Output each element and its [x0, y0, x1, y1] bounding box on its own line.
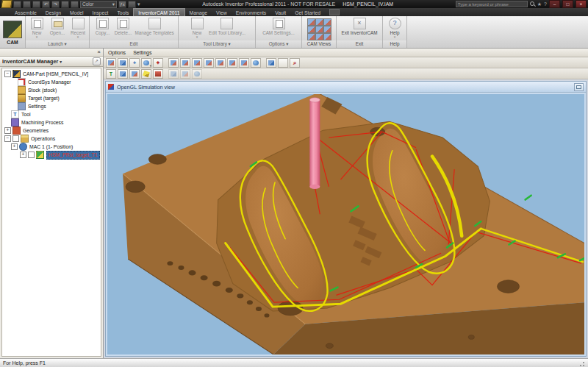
undo-icon[interactable]: ↶ [42, 1, 50, 8]
panel-header[interactable]: InventorCAM Manager ▾ ↗ [0, 56, 103, 67]
tab-assemble[interactable]: Assemble [10, 9, 41, 16]
tab-manage[interactable]: Manage [185, 9, 212, 16]
tree-item-coordsys[interactable]: CoordSys Manager [2, 78, 101, 86]
tab-tools[interactable]: Tools [112, 9, 133, 16]
tool-library-new-button[interactable]: New ▾ [188, 18, 206, 38]
close-button[interactable]: × [576, 0, 587, 8]
cam-view-icon[interactable] [315, 18, 323, 26]
search-icon[interactable] [530, 1, 535, 7]
back-view-icon[interactable] [215, 58, 226, 68]
zoom-select-icon[interactable]: ⌖ [153, 58, 163, 68]
show-target-icon[interactable] [153, 69, 163, 79]
multi-window-icon[interactable] [266, 58, 276, 68]
show-tool-icon[interactable]: T [106, 69, 116, 79]
viewport-maximize-button[interactable] [574, 83, 584, 91]
tab-view[interactable]: View [212, 9, 232, 16]
search-input[interactable] [456, 1, 528, 7]
tree-item-target[interactable]: Target (target) [2, 94, 101, 102]
tree-item-hsm-operation[interactable]: + HSM_PRst_target_T1 [2, 151, 101, 159]
update-icon[interactable] [71, 1, 79, 8]
group-label-launch[interactable]: Launch ▾ [26, 40, 89, 48]
iso-view-icon[interactable] [168, 58, 179, 68]
show-stock-icon[interactable] [129, 69, 140, 79]
edit-delete-button[interactable]: Delete... [114, 18, 132, 35]
cam-button[interactable]: CAM [0, 16, 26, 48]
appearance-icon[interactable] [128, 1, 136, 8]
exit-inventorcam-button[interactable]: × Exit InventorCAM [342, 18, 378, 35]
panel-close-icon[interactable]: × [97, 49, 101, 55]
show-holder-icon[interactable] [118, 69, 128, 79]
bottom-view-icon[interactable] [227, 58, 237, 68]
top-view-icon[interactable] [180, 58, 190, 68]
cam-view-icon[interactable] [323, 18, 331, 26]
manage-templates-button[interactable]: Manage Templates [135, 18, 173, 35]
expand-toggle-icon[interactable]: + [4, 127, 11, 134]
tab-inspect[interactable]: Inspect [88, 9, 113, 16]
cam-view-icon[interactable] [323, 26, 331, 33]
cam-view-icon[interactable] [323, 33, 331, 40]
new-file-icon[interactable] [13, 1, 21, 8]
viewport-titlebar[interactable]: OpenGL Simulation view [106, 82, 586, 93]
favorites-star-icon[interactable]: ★ [537, 1, 542, 7]
print-icon[interactable] [61, 1, 69, 8]
simulation-scene[interactable] [107, 94, 584, 354]
color-dropdown[interactable]: Color ▾ [80, 1, 117, 8]
tree-item-cam-part[interactable]: − CAM-Part [HSM_PENCIL_IV] [2, 70, 101, 78]
tab-vault[interactable]: Vault [270, 9, 290, 16]
solid-view-icon[interactable] [106, 58, 116, 68]
cam-view-icon[interactable] [307, 18, 315, 26]
edit-tool-library-button[interactable]: Edit Tool Library... [209, 18, 245, 35]
maximize-button[interactable]: □ [562, 0, 573, 8]
operations-checkbox[interactable] [12, 135, 19, 142]
tab-inventorcam-2011[interactable]: InventorCAM 2011 [133, 8, 184, 16]
cam-view-icon[interactable] [315, 33, 323, 40]
parameters-fx-icon[interactable]: ƒx [118, 1, 126, 8]
tab-overflow-icon[interactable] [329, 9, 340, 15]
expand-toggle-icon[interactable]: + [20, 152, 26, 158]
tree-item-mac1[interactable]: + MAC 1 (1- Position) [2, 143, 101, 151]
group-label-tool-library[interactable]: Tool Library ▾ [179, 40, 255, 48]
pan-icon[interactable]: + [129, 58, 140, 68]
left-view-icon[interactable] [239, 58, 249, 68]
group-label-options[interactable]: Options ▾ [256, 40, 301, 48]
minimize-button[interactable]: – [549, 0, 560, 8]
tree-item-geometries[interactable]: + Geometries [2, 127, 101, 135]
panel-options-icon[interactable]: ↗ [93, 57, 101, 65]
front-view-icon[interactable] [192, 58, 202, 68]
tree-item-settings[interactable]: Settings [2, 102, 101, 110]
single-window-icon[interactable] [278, 58, 288, 68]
world-view-icon[interactable] [251, 58, 261, 68]
tab-model[interactable]: Model [65, 9, 88, 16]
compare-view-icon[interactable] [118, 58, 128, 68]
edit-copy-button[interactable]: Copy... [93, 18, 111, 35]
rotate-view-icon[interactable]: ▾ [141, 58, 151, 68]
expand-toggle-icon[interactable]: − [4, 135, 11, 142]
menu-settings[interactable]: Settings [133, 50, 151, 55]
launch-open-button[interactable]: Open... [49, 18, 66, 35]
help-icon[interactable]: ? [544, 1, 547, 7]
tab-environments[interactable]: Environments [232, 9, 271, 16]
operation-checkbox[interactable] [28, 152, 35, 158]
expand-toggle-icon[interactable]: + [11, 143, 18, 150]
zoom-window-icon[interactable]: ⌕ [290, 58, 300, 68]
resize-grip[interactable] [578, 360, 585, 366]
launch-recent-button[interactable]: Recent ▾ [69, 18, 87, 38]
tab-design[interactable]: Design [41, 9, 65, 16]
menu-options[interactable]: Options [108, 50, 126, 55]
expand-toggle-icon[interactable]: − [4, 71, 11, 77]
launch-new-button[interactable]: New ▾ [28, 18, 46, 38]
help-button[interactable]: ? Help ▾ [386, 18, 404, 38]
cam-settings-button[interactable]: CAM Settings... [262, 18, 295, 35]
tab-get-started[interactable]: Get Started [290, 9, 325, 16]
open-icon[interactable] [23, 1, 31, 8]
cam-view-icon[interactable] [315, 26, 323, 33]
tree-item-operations[interactable]: − Operations [2, 135, 101, 143]
redo-icon[interactable]: ↷ [51, 1, 60, 8]
cam-view-icon[interactable] [307, 33, 315, 40]
tree-item-machining-process[interactable]: Machining Process [2, 118, 101, 127]
inventor-logo[interactable] [1, 0, 12, 8]
side-view-icon[interactable] [204, 58, 214, 68]
tree-item-stock[interactable]: Stock (stock) [2, 86, 101, 94]
save-icon[interactable] [32, 1, 40, 8]
cam-view-icon[interactable] [307, 26, 315, 33]
